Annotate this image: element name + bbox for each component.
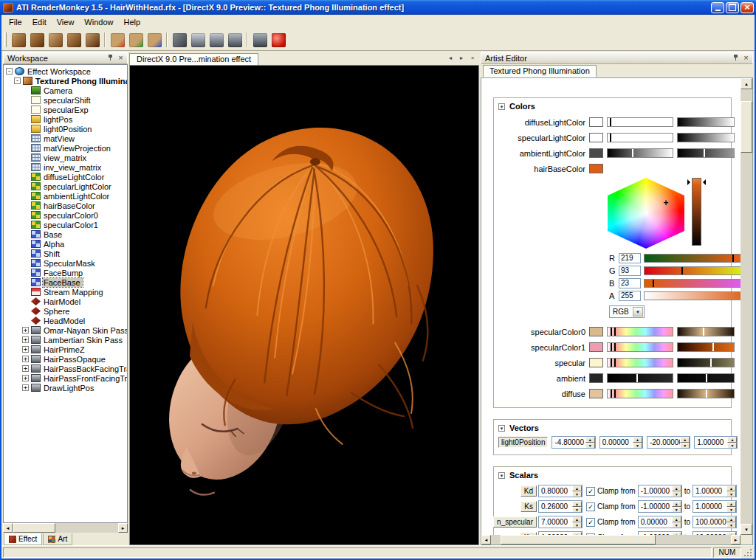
- tree-item[interactable]: + HairPassBackFacingTran: [4, 364, 127, 373]
- spinner-buttons[interactable]: [633, 437, 642, 448]
- spin-down-icon[interactable]: [572, 507, 582, 513]
- color-gradient-bar[interactable]: [677, 148, 735, 158]
- collapse-vectors-icon[interactable]: [498, 425, 505, 432]
- bar-marker[interactable]: [706, 390, 707, 398]
- pin-icon[interactable]: [106, 53, 116, 63]
- spinner-buttons[interactable]: [572, 485, 582, 497]
- menu-item[interactable]: View: [52, 16, 80, 28]
- tree-item[interactable]: Alpha: [4, 239, 127, 249]
- minimize-button[interactable]: [711, 2, 724, 13]
- spin-down-icon[interactable]: [572, 491, 582, 497]
- channel-slider[interactable]: [644, 266, 740, 275]
- clamp-min-input[interactable]: -1.00000: [638, 485, 682, 497]
- toolbar-button[interactable]: [189, 31, 207, 49]
- spin-up-icon[interactable]: [672, 516, 681, 522]
- menu-item[interactable]: Edit: [27, 16, 52, 28]
- toolbar-button[interactable]: [226, 31, 244, 49]
- tree-item[interactable]: Sphere: [4, 306, 127, 316]
- tree-item[interactable]: specularLightColor: [4, 182, 127, 191]
- channel-slider[interactable]: [644, 279, 740, 288]
- scroll-track[interactable]: [13, 523, 118, 533]
- tree-item[interactable]: - Effect Workspace: [4, 66, 127, 76]
- scroll-right-icon[interactable]: [118, 523, 128, 533]
- pin-icon[interactable]: [732, 53, 741, 63]
- spin-up-icon[interactable]: [572, 485, 582, 491]
- workspace-hscrollbar[interactable]: [3, 523, 128, 533]
- spin-up-icon[interactable]: [572, 516, 582, 522]
- color-slider[interactable]: [607, 373, 673, 383]
- menu-item[interactable]: Help: [118, 16, 145, 28]
- spin-down-icon[interactable]: [680, 443, 690, 449]
- spin-down-icon[interactable]: [672, 491, 681, 497]
- scroll-track[interactable]: [740, 89, 752, 524]
- toolbar-button[interactable]: [171, 31, 188, 49]
- clamp-max-input[interactable]: 1.00000: [693, 485, 737, 497]
- clamp-max-input[interactable]: 1.00000: [693, 500, 737, 513]
- spinner-buttons[interactable]: [726, 516, 736, 528]
- picker-position-marker[interactable]: +: [664, 198, 669, 208]
- slider-marker[interactable]: [614, 359, 616, 367]
- tree-item[interactable]: specularColor1: [4, 220, 127, 229]
- color-swatch[interactable]: [589, 389, 603, 398]
- scroll-right-icon[interactable]: [731, 535, 740, 545]
- toolbar-button[interactable]: [109, 31, 126, 49]
- color-mode-dropdown[interactable]: RGB: [609, 305, 645, 318]
- spin-up-icon[interactable]: [726, 516, 736, 522]
- spin-up-icon[interactable]: [726, 501, 736, 507]
- tree-item[interactable]: + HairPassOpaque: [4, 354, 127, 364]
- tree-item[interactable]: + HairPrimeZ: [4, 345, 127, 354]
- spin-up-icon[interactable]: [727, 437, 737, 443]
- scroll-thumb[interactable]: [13, 523, 55, 533]
- clamp-max-input[interactable]: 100.00000: [693, 516, 737, 528]
- toolbar-button[interactable]: [28, 31, 46, 49]
- spin-up-icon[interactable]: [572, 501, 582, 507]
- value-slider[interactable]: [692, 178, 701, 246]
- vector-component-input[interactable]: -20.00000: [647, 436, 690, 449]
- spin-down-icon[interactable]: [572, 522, 582, 528]
- tree-item[interactable]: matView: [4, 134, 127, 143]
- tree-item[interactable]: FaceBase: [4, 277, 127, 287]
- toolbar-button[interactable]: [164, 31, 170, 49]
- scroll-thumb[interactable]: [740, 101, 752, 153]
- tree-expander-icon[interactable]: -: [6, 68, 13, 75]
- scalar-value-input[interactable]: 0.26000: [538, 500, 583, 513]
- clamp-checkbox[interactable]: [586, 518, 595, 527]
- tree-expander-icon[interactable]: +: [22, 375, 29, 381]
- color-swatch[interactable]: [589, 133, 603, 142]
- tree-item[interactable]: Shift: [4, 249, 127, 258]
- spinner-buttons[interactable]: [672, 485, 681, 497]
- toolbar-button[interactable]: [127, 31, 145, 49]
- bar-marker[interactable]: [704, 149, 705, 157]
- color-swatch[interactable]: [589, 148, 603, 158]
- color-swatch[interactable]: [589, 373, 603, 383]
- tree-item[interactable]: + Lambertian Skin Pass: [4, 335, 127, 345]
- channel-value-input[interactable]: 93: [619, 266, 641, 276]
- preview-tab[interactable]: DirectX 9.0 Pre...mination effect: [129, 53, 258, 65]
- scroll-down-icon[interactable]: [740, 524, 752, 535]
- color-gradient-bar[interactable]: [677, 117, 735, 127]
- tree-item[interactable]: SpecularMask: [4, 258, 127, 268]
- clamp-min-input[interactable]: 0.00000: [638, 516, 682, 528]
- close-panel-icon[interactable]: [116, 53, 126, 63]
- channel-value-input[interactable]: 23: [619, 278, 641, 288]
- scalar-name[interactable]: Kd: [520, 485, 537, 497]
- toolbar-button[interactable]: [47, 31, 64, 49]
- collapse-scalars-icon[interactable]: [498, 472, 505, 479]
- scroll-left-icon[interactable]: [3, 523, 13, 533]
- tree-item[interactable]: ambientLightColor: [4, 191, 127, 201]
- slider-marker[interactable]: [632, 149, 633, 157]
- spinner-buttons[interactable]: [726, 501, 736, 512]
- spin-down-icon[interactable]: [726, 522, 736, 528]
- tree-item[interactable]: light0Position: [4, 124, 127, 134]
- spin-up-icon[interactable]: [633, 437, 642, 443]
- slider-marker[interactable]: [611, 328, 612, 336]
- spinner-buttons[interactable]: [726, 485, 736, 497]
- tree-item[interactable]: Stream Mapping: [4, 287, 127, 297]
- channel-slider[interactable]: [644, 291, 740, 300]
- tree-item[interactable]: + HairPassFrontFacingTran: [4, 373, 127, 383]
- bar-marker[interactable]: [712, 343, 714, 351]
- color-slider[interactable]: [607, 148, 673, 158]
- scalar-name[interactable]: Ks: [520, 501, 537, 512]
- spin-down-icon[interactable]: [727, 443, 737, 449]
- tree-expander-icon[interactable]: +: [22, 356, 29, 362]
